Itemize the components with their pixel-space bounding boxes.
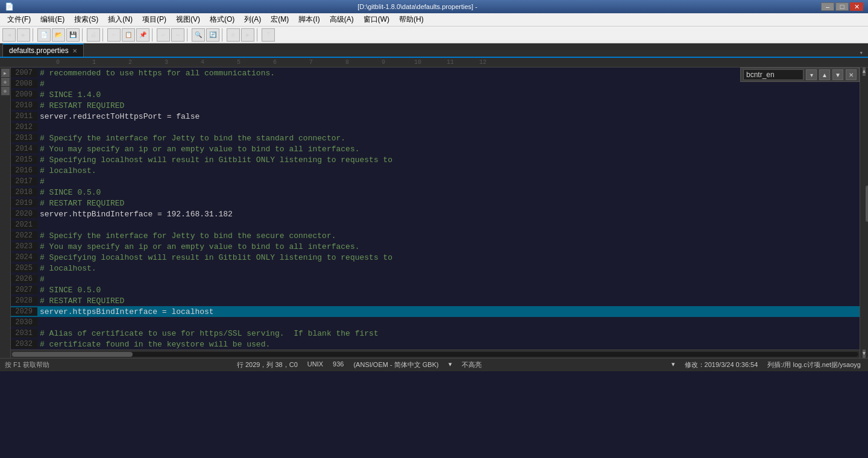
toolbar-undo[interactable]: ↩ xyxy=(157,28,170,42)
vscroll-up-btn[interactable]: ▲ xyxy=(863,67,866,76)
menubar-item-W[interactable]: 窗口(W) xyxy=(359,13,394,26)
tab-defaults-properties[interactable]: defaults.properties ✕ xyxy=(2,43,84,57)
maximize-button[interactable]: □ xyxy=(835,2,849,11)
toolbar-replace[interactable]: 🔄 xyxy=(206,28,219,42)
line-number-2016: 2016 xyxy=(11,166,37,175)
line-content-2008[interactable]: # xyxy=(37,80,45,89)
toolbar-open[interactable]: 📂 xyxy=(52,28,65,42)
sidebar-icon-2: ⊕ xyxy=(1,78,10,86)
line-content-2027[interactable]: # SINCE 0.5.0 xyxy=(37,286,101,295)
line-number-2029: 2029 xyxy=(11,307,37,316)
code-line-2013: 2013# Specify the interface for Jetty to… xyxy=(11,133,860,143)
line-content-2031[interactable]: # Alias of certificate to use for https/… xyxy=(37,329,379,338)
line-number-2013: 2013 xyxy=(11,134,37,142)
toolbar-macro2[interactable]: ▶ xyxy=(241,28,254,42)
code-line-2032: 2032# certificate found in the keystore … xyxy=(11,339,860,350)
toolbar-new[interactable]: 📄 xyxy=(37,28,51,42)
ruler-marks: 0 1 2 3 4 5 6 7 8 9 10 11 12 xyxy=(27,59,486,66)
code-area[interactable]: 2007# recommended to use https for all c… xyxy=(11,67,860,358)
line-content-2016[interactable]: # localhost. xyxy=(37,166,96,175)
toolbar-paste[interactable]: 📌 xyxy=(136,28,149,42)
menubar-item-E[interactable]: 编辑(E) xyxy=(36,13,69,26)
toolbar-find[interactable]: 🔍 xyxy=(192,28,205,42)
code-line-2021: 2021 xyxy=(11,219,860,230)
line-content-2011[interactable]: server.redirectToHttpsPort = false xyxy=(37,112,200,121)
toolbar-cut[interactable]: ✂ xyxy=(107,28,121,42)
line-content-2032[interactable]: # certificate found in the keystore will… xyxy=(37,340,270,349)
line-number-2017: 2017 xyxy=(11,177,37,186)
toolbar-save[interactable]: 💾 xyxy=(66,28,80,42)
find-dropdown-btn[interactable]: ▾ xyxy=(806,69,817,80)
line-content-2024[interactable]: # Specifying localhost will result in Gi… xyxy=(37,253,392,262)
menubar-item-P[interactable]: 项目(P) xyxy=(137,13,171,26)
menubar-item-H[interactable]: 帮助(H) xyxy=(394,13,429,26)
find-close-btn[interactable]: ✕ xyxy=(846,69,857,80)
find-input[interactable] xyxy=(743,69,804,80)
toolbar-print[interactable]: 🖨 xyxy=(87,28,100,42)
code-line-2011: 2011server.redirectToHttpsPort = false xyxy=(11,111,860,122)
code-line-2019: 2019# RESTART REQUIRED xyxy=(11,198,860,209)
line-content-2014[interactable]: # You may specify an ip or an empty valu… xyxy=(37,145,360,154)
menubar-item-A[interactable]: 列(A) xyxy=(239,13,266,26)
code-line-2014: 2014# You may specify an ip or an empty … xyxy=(11,143,860,154)
line-content-2018[interactable]: # SINCE 0.5.0 xyxy=(37,188,101,197)
code-line-2008: 2008# xyxy=(11,78,860,89)
line-number-2023: 2023 xyxy=(11,242,37,251)
line-number-2018: 2018 xyxy=(11,188,37,196)
menubar: 文件(F)编辑(E)搜索(S)插入(N)项目(P)视图(V)格式(O)列(A)宏… xyxy=(0,13,868,27)
close-button[interactable]: ✕ xyxy=(850,2,863,11)
line-content-2009[interactable]: # SINCE 1.4.0 xyxy=(37,90,101,99)
menubar-item-M[interactable]: 宏(M) xyxy=(266,13,294,26)
menubar-item-I[interactable]: 脚本(I) xyxy=(294,13,324,26)
line-number-2024: 2024 xyxy=(11,253,37,262)
toolbar-sep4 xyxy=(152,28,154,42)
menubar-item-S[interactable]: 搜索(S) xyxy=(69,13,103,26)
menubar-item-A[interactable]: 高级(A) xyxy=(325,13,359,26)
toolbar-sep2 xyxy=(82,28,84,42)
tab-scroll[interactable]: ▾ xyxy=(859,49,866,57)
line-content-2028[interactable]: # RESTART REQUIRED xyxy=(37,296,124,306)
horizontal-scrollbar[interactable] xyxy=(11,350,860,358)
line-content-2010[interactable]: # RESTART REQUIRED xyxy=(37,101,124,110)
status-right: ▾ 修改：2019/3/24 0:36:54 列插:/用 log.c讨项.net… xyxy=(669,360,863,369)
line-number-2015: 2015 xyxy=(11,155,37,164)
line-content-2022[interactable]: # Specify the interface for Jetty to bin… xyxy=(37,231,336,240)
line-content-2015[interactable]: # Specifying localhost will result in Gi… xyxy=(37,155,392,165)
minimize-button[interactable]: – xyxy=(821,2,834,11)
toolbar-macro1[interactable]: ⚙ xyxy=(227,28,240,42)
line-content-2029[interactable]: server.httpsBindInterface = localhost xyxy=(37,307,214,316)
toolbar-redo[interactable]: ↪ xyxy=(171,28,184,42)
status-dropdown[interactable]: ▾ xyxy=(446,360,454,369)
line-content-2019[interactable]: # RESTART REQUIRED xyxy=(37,199,124,208)
line-content-2017[interactable]: # xyxy=(37,177,45,186)
toolbar-back[interactable]: ◀ xyxy=(2,28,16,42)
vertical-scrollbar[interactable]: ▲ ▼ xyxy=(860,67,868,358)
code-line-2020: 2020server.httpBindInterface = 192.168.3… xyxy=(11,209,860,219)
ruler: 0 1 2 3 4 5 6 7 8 9 10 11 12 xyxy=(0,58,868,67)
line-content-2026[interactable]: # xyxy=(37,275,45,284)
toolbar-forward[interactable]: ▶ xyxy=(17,28,30,42)
tab-close-button[interactable]: ✕ xyxy=(72,48,77,54)
code-line-2027: 2027# SINCE 0.5.0 xyxy=(11,284,860,295)
menubar-item-F[interactable]: 文件(F) xyxy=(2,13,36,26)
menubar-item-V[interactable]: 视图(V) xyxy=(171,13,205,26)
line-content-2020[interactable]: server.httpBindInterface = 192.168.31.18… xyxy=(37,210,233,219)
line-number-2020: 2020 xyxy=(11,210,37,218)
status-center: 行 2029，列 38，C0 UNIX 936 (ANSI/OEM - 简体中文… xyxy=(234,360,484,369)
line-content-2007[interactable]: # recommended to use https for all commu… xyxy=(37,69,275,78)
menubar-item-N[interactable]: 插入(N) xyxy=(103,13,137,26)
vscroll-thumb[interactable] xyxy=(866,186,869,222)
status-dropdown2[interactable]: ▾ xyxy=(669,360,678,369)
toolbar-copy[interactable]: 📋 xyxy=(122,28,135,42)
hscroll-thumb[interactable] xyxy=(12,352,133,357)
find-prev-btn[interactable]: ▲ xyxy=(819,69,830,80)
line-number-2028: 2028 xyxy=(11,296,37,305)
menubar-item-O[interactable]: 格式(O) xyxy=(205,13,239,26)
line-content-2023[interactable]: # You may specify an ip or an empty valu… xyxy=(37,242,360,251)
line-content-2025[interactable]: # localhost. xyxy=(37,264,96,273)
find-next-btn[interactable]: ▼ xyxy=(832,69,843,80)
status-encoding: UNIX xyxy=(305,360,326,369)
vscroll-down-btn[interactable]: ▼ xyxy=(863,350,866,358)
toolbar-help[interactable]: ? xyxy=(262,28,275,42)
line-content-2013[interactable]: # Specify the interface for Jetty to bin… xyxy=(37,134,345,143)
